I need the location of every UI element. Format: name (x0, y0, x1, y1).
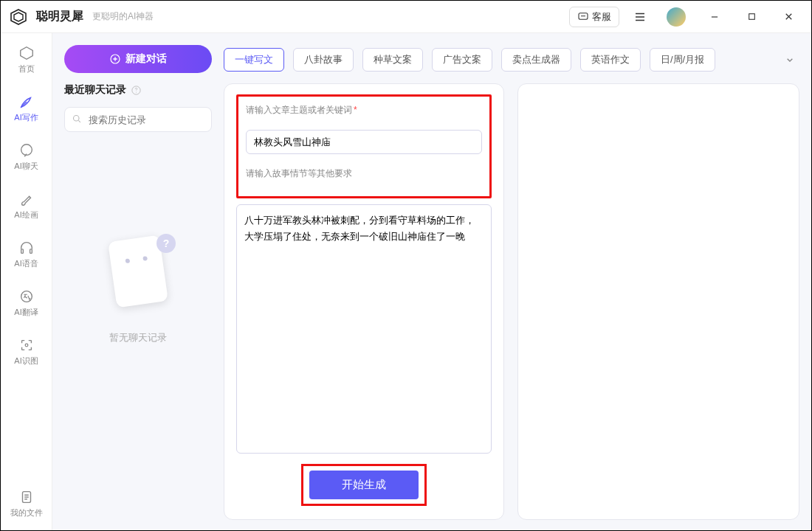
generate-button[interactable]: 开始生成 (309, 471, 419, 499)
chip-quickwrite[interactable]: 一键写文 (224, 48, 284, 72)
svg-point-8 (21, 145, 32, 156)
svg-point-16 (136, 91, 137, 92)
app-tagline: 更聪明的AI神器 (92, 10, 154, 23)
svg-point-11 (21, 291, 32, 302)
avatar[interactable] (667, 7, 686, 27)
chip-grass[interactable]: 种草文案 (362, 48, 423, 72)
svg-rect-9 (21, 249, 23, 254)
chip-english[interactable]: 英语作文 (580, 48, 641, 72)
svg-marker-0 (11, 10, 26, 24)
new-chat-label: 新建对话 (125, 52, 167, 66)
rail-chat[interactable]: AI聊天 (1, 139, 52, 175)
svg-point-5 (584, 15, 585, 16)
template-chips: 一键写文 八卦故事 种草文案 广告文案 卖点生成器 英语作文 日/周/月报 (224, 45, 799, 83)
plus-icon (109, 53, 121, 65)
rail-image[interactable]: AI识图 (1, 334, 52, 369)
chip-ad[interactable]: 广告文案 (432, 48, 492, 72)
topic-label: 请输入文章主题或者关键词* (246, 104, 482, 117)
app-name: 聪明灵犀 (36, 9, 83, 24)
content-area: 新建对话 最近聊天记录 ? 暂无聊天记录 (52, 33, 811, 531)
empty-illustration: ? (105, 238, 171, 319)
empty-state: ? 暂无聊天记录 (64, 231, 212, 344)
image-scan-icon (18, 337, 35, 353)
recent-chats-title: 最近聊天记录 (64, 83, 212, 97)
empty-text: 暂无聊天记录 (64, 331, 212, 344)
window-minimize-button[interactable] (701, 7, 729, 27)
window-maximize-button[interactable] (737, 7, 765, 27)
file-icon (18, 489, 35, 505)
form-panel: 一键写文 八卦故事 种草文案 广告文案 卖点生成器 英语作文 日/周/月报 请输… (224, 45, 799, 520)
svg-rect-6 (749, 14, 754, 20)
output-panel (517, 83, 799, 520)
question-bubble-icon: ? (156, 234, 176, 253)
svg-point-3 (581, 15, 582, 16)
svg-marker-1 (14, 13, 23, 21)
required-asterisk: * (354, 105, 357, 115)
rail-translate[interactable]: AI翻译 (1, 285, 52, 321)
highlight-annotation-1: 请输入文章主题或者关键词* 请输入故事情节等其他要求 (236, 94, 492, 198)
search-icon (72, 114, 83, 125)
support-button[interactable]: 客服 (569, 7, 619, 27)
input-form: 请输入文章主题或者关键词* 请输入故事情节等其他要求 开始生成 (224, 83, 504, 520)
hexagon-icon (18, 45, 35, 61)
detail-label: 请输入故事情节等其他要求 (246, 167, 482, 180)
app-logo-icon (10, 8, 27, 26)
brush-icon (18, 191, 35, 207)
svg-point-12 (25, 344, 28, 347)
topic-input[interactable] (246, 130, 482, 154)
chat-icon (577, 11, 589, 23)
help-icon[interactable] (131, 85, 142, 96)
svg-point-4 (582, 15, 584, 16)
chip-report[interactable]: 日/周/月报 (650, 48, 715, 72)
translate-icon (18, 288, 35, 305)
new-chat-button[interactable]: 新建对话 (64, 45, 212, 73)
chat-panel: 新建对话 最近聊天记录 ? 暂无聊天记录 (64, 45, 212, 520)
history-search-input[interactable] (64, 107, 212, 132)
titlebar: 聪明灵犀 更聪明的AI神器 客服 (1, 1, 811, 33)
chip-gossip[interactable]: 八卦故事 (293, 48, 354, 72)
chips-expand-button[interactable] (780, 50, 799, 69)
svg-marker-7 (20, 47, 32, 60)
svg-rect-10 (30, 249, 32, 254)
rail-files[interactable]: 我的文件 (1, 486, 52, 521)
rail-voice[interactable]: AI语音 (1, 237, 52, 272)
feather-icon (18, 94, 35, 110)
svg-point-17 (74, 116, 80, 122)
window-close-button[interactable] (774, 7, 802, 27)
left-rail: 首页 AI写作 AI聊天 AI绘画 AI语音 AI翻译 (1, 33, 52, 531)
support-label: 客服 (592, 10, 611, 24)
highlight-annotation-2: 开始生成 (236, 454, 492, 509)
rail-draw[interactable]: AI绘画 (1, 188, 52, 223)
bubble-icon (18, 142, 35, 159)
detail-textarea[interactable] (236, 204, 492, 454)
chip-sellingpoint[interactable]: 卖点生成器 (501, 48, 571, 72)
rail-home[interactable]: 首页 (1, 42, 52, 77)
rail-writing[interactable]: AI写作 (1, 91, 52, 126)
headphone-icon (18, 240, 35, 256)
hamburger-menu-icon[interactable] (633, 10, 647, 24)
